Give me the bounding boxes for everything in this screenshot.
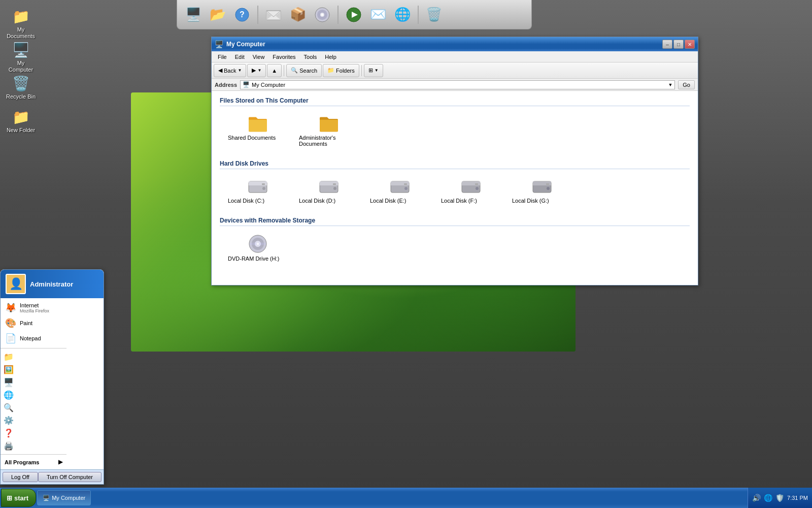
start-menu-footer: Log Off Turn Off Computer — [1, 469, 104, 484]
start-button[interactable]: ⊞ start — [1, 489, 36, 507]
ql-separator-1 — [257, 6, 258, 24]
views-dropdown-icon: ▼ — [375, 68, 379, 73]
desktop-icon-recycle-bin[interactable]: 🗑️ Recycle Bin — [3, 72, 39, 102]
start-menu-left-panel: 🦊 Internet Mozilla Firefox 🎨 Paint 📄 Not… — [1, 298, 66, 469]
svg-point-27 — [476, 187, 479, 190]
sm-internet[interactable]: 🦊 Internet Mozilla Firefox — [1, 300, 66, 315]
section-title-files: Files Stored on This Computer — [220, 97, 690, 106]
search-icon: 🔍 — [291, 67, 298, 74]
logoff-button[interactable]: Log Off — [3, 472, 38, 482]
ql-folder[interactable]: 📂 — [207, 4, 229, 26]
menu-file[interactable]: File — [214, 53, 231, 61]
svg-point-23 — [404, 187, 408, 190]
start-menu: 👤 Administrator 🦊 Internet Mozilla Firef… — [0, 269, 104, 485]
sm-paint[interactable]: 🎨 Paint — [1, 315, 66, 331]
svg-rect-22 — [404, 183, 407, 185]
window-toolbar: ◀ Back ▼ ▶ ▼ ▲ 🔍 Search 📁 Folders — [212, 62, 698, 79]
forward-icon: ▶ — [252, 67, 256, 74]
ql-recycle[interactable]: 🗑️ — [423, 4, 445, 26]
shared-documents-icon[interactable]: Shared Documents — [225, 111, 291, 150]
ql-stamp[interactable]: 📦 — [287, 4, 309, 26]
window-titlebar: 🖥️ My Computer – □ ✕ — [212, 37, 698, 51]
my-computer-desktop-label: My Computer — [5, 60, 37, 73]
forward-button[interactable]: ▶ ▼ — [247, 64, 266, 77]
tb-separator-2 — [361, 65, 362, 76]
disk-d-icon[interactable]: Local Disk (D:) — [296, 174, 362, 207]
quicklaunch-toolbar: 🖥️ 📂 ? 📦 — [177, 0, 532, 29]
folders-icon: 📁 — [327, 67, 334, 74]
sm-right-icon-1[interactable]: 📁 — [1, 351, 66, 363]
sm-programs-separator — [1, 454, 66, 455]
turnoff-button[interactable]: Turn Off Computer — [38, 472, 101, 482]
svg-rect-18 — [333, 183, 336, 185]
menu-tools[interactable]: Tools — [300, 53, 321, 61]
window-menubar: File Edit View Favorites Tools Help — [212, 51, 698, 62]
up-button[interactable]: ▲ — [267, 64, 282, 77]
address-label: Address — [215, 82, 237, 88]
close-button[interactable]: ✕ — [685, 40, 695, 49]
user-avatar: 👤 — [6, 274, 26, 294]
menu-view[interactable]: View — [249, 53, 269, 61]
disk-c-icon[interactable]: Local Disk (C:) — [225, 174, 291, 207]
system-clock: 7:31 PM — [787, 495, 808, 501]
sm-right-icon-4[interactable]: 🌐 — [1, 389, 66, 401]
taskbar-tray: 🔊 🌐 🛡️ 7:31 PM — [748, 488, 812, 508]
sm-right-icon-6[interactable]: ⚙️ — [1, 414, 66, 427]
svg-point-31 — [547, 187, 550, 190]
ql-media-player[interactable] — [343, 4, 365, 26]
svg-rect-30 — [546, 183, 549, 185]
address-dropdown-icon[interactable]: ▼ — [668, 82, 672, 87]
minimize-button[interactable]: – — [662, 40, 672, 49]
menu-favorites[interactable]: Favorites — [268, 53, 299, 61]
mycomputer-window: 🖥️ My Computer – □ ✕ File Edit View Favo… — [211, 37, 698, 285]
dvd-drive-icon[interactable]: DVD-RAM Drive (H:) — [225, 231, 291, 265]
search-button[interactable]: 🔍 Search — [286, 64, 322, 77]
maximize-button[interactable]: □ — [673, 40, 684, 49]
disk-e-icon[interactable]: Local Disk (E:) — [367, 174, 433, 207]
new-folder-label: New Folder — [7, 127, 35, 134]
recycle-bin-label: Recycle Bin — [6, 93, 36, 100]
desktop-icon-my-computer[interactable]: 🖥️ My Computer — [3, 39, 39, 75]
firefox-icon: 🦊 — [5, 302, 17, 313]
back-icon: ◀ — [218, 67, 222, 74]
security-icon[interactable]: 🛡️ — [775, 494, 784, 502]
removable-section-icons: DVD-RAM Drive (H:) — [220, 231, 690, 265]
disks-section-icons: Local Disk (C:) Local Disk (D:) — [220, 174, 690, 207]
network-icon[interactable]: 🌐 — [764, 494, 772, 502]
sm-right-icon-7[interactable]: ❓ — [1, 427, 66, 439]
menu-help[interactable]: Help — [321, 53, 341, 61]
ql-outlook[interactable]: ✉️ — [367, 4, 389, 26]
tb-separator-1 — [284, 65, 284, 76]
go-button[interactable]: Go — [678, 80, 695, 89]
window-title-icon: 🖥️ — [215, 40, 223, 48]
all-programs-button[interactable]: All Programs ▶ — [1, 457, 66, 467]
admin-documents-icon[interactable]: Administrator's Documents — [296, 111, 362, 150]
address-input[interactable]: 🖥️ My Computer ▼ — [240, 80, 675, 89]
my-computer-desktop-icon: 🖥️ — [12, 41, 30, 59]
svg-rect-26 — [475, 183, 478, 185]
sm-right-icon-5[interactable]: 🔍 — [1, 401, 66, 414]
start-menu-body: 🦊 Internet Mozilla Firefox 🎨 Paint 📄 Not… — [1, 298, 104, 469]
address-icon: 🖥️ — [243, 81, 250, 88]
taskbar-mycomputer-button[interactable]: 🖥️ My Computer — [37, 490, 91, 505]
ql-my-computer[interactable]: 🖥️ — [182, 4, 205, 26]
desktop-icon-my-documents[interactable]: 📁 My Documents — [3, 5, 39, 42]
folders-button[interactable]: 📁 Folders — [323, 64, 359, 77]
ql-cd[interactable] — [311, 4, 333, 26]
ql-ie[interactable]: 🌐 — [391, 4, 414, 26]
svg-point-15 — [262, 187, 265, 190]
sm-right-icon-3[interactable]: 🖥️ — [1, 376, 66, 389]
window-addressbar: Address 🖥️ My Computer ▼ Go — [212, 79, 698, 91]
views-button[interactable]: ⊞ ▼ — [364, 64, 383, 77]
menu-edit[interactable]: Edit — [231, 53, 249, 61]
sm-notepad[interactable]: 📄 Notepad — [1, 331, 66, 346]
sm-right-icon-2[interactable]: 🖼️ — [1, 363, 66, 376]
ql-mail-open[interactable] — [262, 4, 285, 26]
back-button[interactable]: ◀ Back ▼ — [214, 64, 246, 77]
ql-help[interactable]: ? — [231, 4, 253, 26]
sm-right-icon-8[interactable]: 🖨️ — [1, 439, 66, 452]
volume-icon[interactable]: 🔊 — [752, 494, 761, 502]
desktop-icon-new-folder[interactable]: 📁 New Folder — [3, 106, 39, 136]
disk-f-icon[interactable]: Local Disk (F:) — [438, 174, 504, 207]
disk-g-icon[interactable]: Local Disk (G:) — [509, 174, 575, 207]
